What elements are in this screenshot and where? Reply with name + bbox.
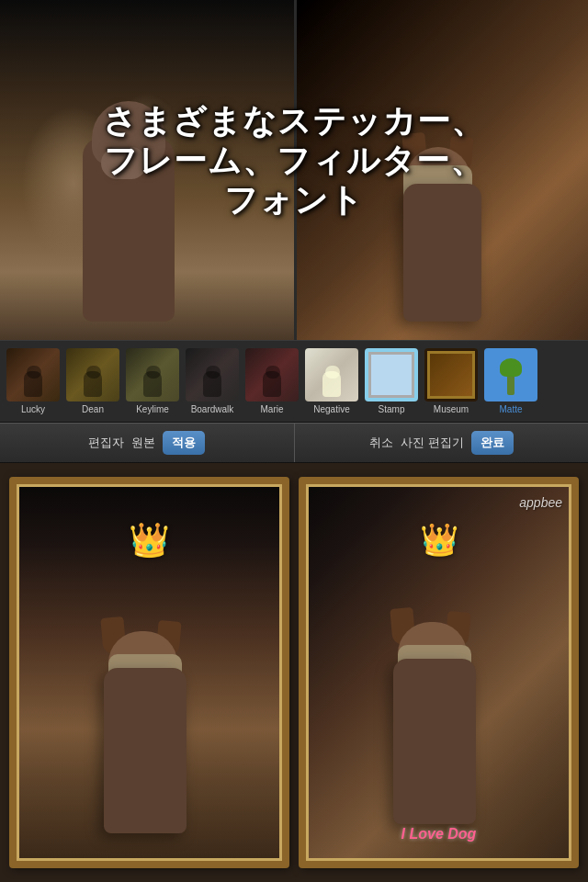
love-dog-text: I Love Dog xyxy=(401,826,477,842)
done-button[interactable]: 완료 xyxy=(471,431,514,455)
filter-boardwalk-thumb xyxy=(186,348,239,401)
filter-bar: Lucky Dean Keylime Boardwalk Marie Negat… xyxy=(0,340,588,423)
edited-dog-left xyxy=(76,594,223,833)
filter-keylime-label: Keylime xyxy=(136,404,169,414)
filter-marie-label: Marie xyxy=(260,404,283,414)
filter-boardwalk-label: Boardwalk xyxy=(191,404,234,414)
filter-keylime-thumb xyxy=(126,348,179,401)
photo-right xyxy=(294,0,588,340)
filter-marie-thumb xyxy=(245,348,299,401)
photo-editor-label: 사진 편집기 xyxy=(401,435,464,451)
filter-lucky-label: Lucky xyxy=(21,404,45,414)
filter-matte-label: Matte xyxy=(499,404,522,414)
filter-dean[interactable]: Dean xyxy=(64,348,121,414)
filter-matte-thumb xyxy=(484,348,537,401)
filter-boardwalk[interactable]: Boardwalk xyxy=(184,348,241,414)
filter-negative[interactable]: Negative xyxy=(303,348,360,414)
filter-matte[interactable]: Matte xyxy=(482,348,539,414)
filter-museum[interactable]: Museum xyxy=(423,348,480,414)
filter-lucky-thumb xyxy=(6,348,60,401)
cancel-label: 취소 xyxy=(369,435,393,451)
appbee-watermark: appbee xyxy=(519,495,562,510)
toolbar-editor-section: 편집자 원본 적용 xyxy=(0,424,295,462)
filter-museum-label: Museum xyxy=(434,404,469,414)
edited-photo-left-inner: 👑 xyxy=(17,484,282,861)
toolbar-right-section: 취소 사진 편집기 완료 xyxy=(295,424,589,462)
apply-button[interactable]: 적용 xyxy=(163,431,205,455)
crown-sticker-right: 👑 xyxy=(420,521,458,558)
filter-stamp[interactable]: Stamp xyxy=(363,348,420,414)
edited-photo-right-inner: 👑 appbee I Love Dog xyxy=(306,484,571,861)
dog-left-silhouette xyxy=(55,64,220,322)
filter-negative-label: Negative xyxy=(313,404,349,414)
filter-negative-thumb xyxy=(305,348,358,401)
filter-marie[interactable]: Marie xyxy=(243,348,300,414)
crown-sticker-left: 👑 xyxy=(129,521,170,560)
filter-stamp-label: Stamp xyxy=(379,404,405,414)
edited-dog-right xyxy=(366,585,513,824)
photo-left xyxy=(0,0,294,340)
filter-dean-label: Dean xyxy=(82,404,104,414)
edited-photo-left[interactable]: 👑 xyxy=(9,477,289,868)
bottom-section: 👑 👑 appbee I Love Dog xyxy=(0,463,588,882)
filter-dean-thumb xyxy=(66,348,119,401)
filter-museum-thumb xyxy=(424,348,478,401)
filter-stamp-thumb xyxy=(365,348,418,401)
original-label: 원본 xyxy=(131,435,155,451)
edited-photo-right[interactable]: 👑 appbee I Love Dog xyxy=(299,477,579,868)
dog-right-silhouette xyxy=(383,119,503,322)
filter-lucky[interactable]: Lucky xyxy=(5,348,62,414)
top-photos: さまざまなステッカー、 フレーム、フィルター、 フォント xyxy=(0,0,588,340)
toolbar: 편집자 원본 적용 취소 사진 편집기 완료 xyxy=(0,423,588,463)
filter-keylime[interactable]: Keylime xyxy=(124,348,181,414)
editor-label: 편집자 xyxy=(88,435,124,451)
